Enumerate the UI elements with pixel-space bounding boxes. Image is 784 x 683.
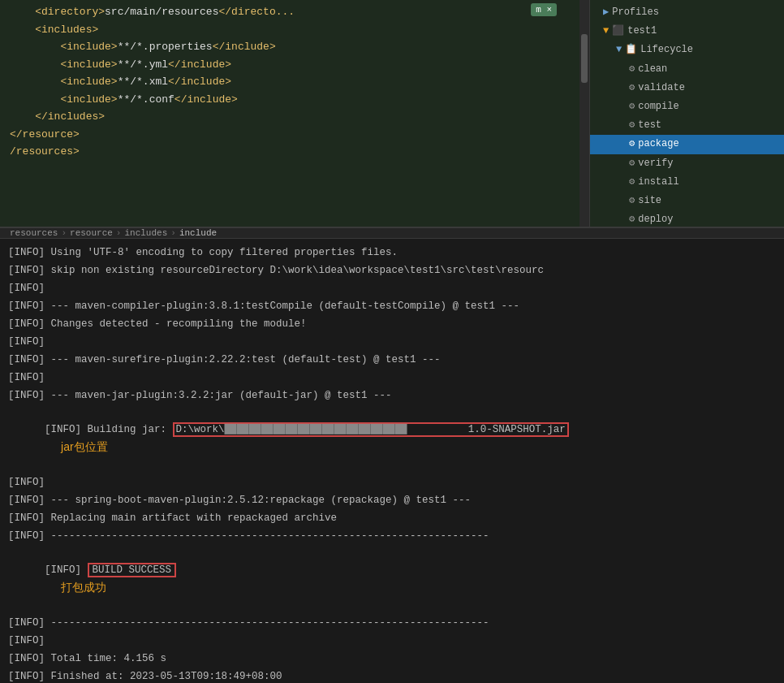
console-line-1: [INFO] Using 'UTF-8' encoding to copy fi… xyxy=(0,244,784,262)
console-output[interactable]: [INFO] Using 'UTF-8' encoding to copy fi… xyxy=(0,239,784,683)
console-wrapper: [INFO] Using 'UTF-8' encoding to copy fi… xyxy=(0,239,784,683)
console-line-sep2: [INFO] ---------------------------------… xyxy=(0,614,784,632)
site-gear-icon: ⚙ xyxy=(629,193,635,209)
breadcrumb-sep-1: › xyxy=(61,228,67,238)
lifecycle-label: Lifecycle xyxy=(640,42,693,58)
test1-label: test1 xyxy=(627,24,657,39)
editor-scrollbar-thumb xyxy=(581,34,588,83)
lifecycle-expand-icon: ▼ xyxy=(616,42,622,58)
xml-line-9: /resources> xyxy=(0,143,589,161)
console-line-13: [INFO] xyxy=(0,632,784,650)
console-line-time: [INFO] Total time: 4.156 s xyxy=(0,650,784,668)
maven-install[interactable]: ⚙ install xyxy=(590,173,784,192)
build-annotation: 打包成功 xyxy=(61,581,106,594)
console-line-5: [INFO] Changes detected - recompiling th… xyxy=(0,315,784,333)
breadcrumb-resource[interactable]: resource xyxy=(70,228,113,238)
close-tab-button[interactable]: m × xyxy=(531,3,557,16)
profiles-label: Profiles xyxy=(612,5,659,20)
xml-line-3: <include>**/*.properties</include> xyxy=(0,38,589,56)
maven-verify[interactable]: ⚙ verify xyxy=(590,154,784,173)
verify-label: verify xyxy=(638,156,673,171)
console-line-9: [INFO] --- maven-jar-plugin:3.2.2:jar (d… xyxy=(0,387,784,404)
test-label: test xyxy=(638,118,661,133)
console-line-11: [INFO] --- spring-boot-maven-plugin:2.5.… xyxy=(0,491,784,509)
clean-gear-icon: ⚙ xyxy=(629,62,635,77)
editor-scrollbar[interactable] xyxy=(579,0,589,227)
maven-deploy[interactable]: ⚙ deploy xyxy=(590,210,784,227)
breadcrumb-include: include xyxy=(179,228,217,238)
console-line-7: [INFO] --- maven-surefire-plugin:2.22.2:… xyxy=(0,351,784,369)
compile-gear-icon: ⚙ xyxy=(629,99,635,115)
xml-line-8: </resource> xyxy=(0,126,589,144)
package-gear-icon: ⚙ xyxy=(629,136,635,152)
maven-clean[interactable]: ⚙ clean xyxy=(590,60,784,79)
xml-line-4: <include>**/*.yml</include> xyxy=(0,56,589,74)
console-line-finished: [INFO] Finished at: 2023-05-13T09:18:49+… xyxy=(0,668,784,683)
test1-icon: ⬛ xyxy=(612,24,624,39)
xml-line-2: <includes> xyxy=(0,21,589,39)
xml-line-6: <include>**/*.conf</include> xyxy=(0,91,589,109)
compile-label: compile xyxy=(638,99,678,115)
console-line-sep1: [INFO] ---------------------------------… xyxy=(0,527,784,545)
xml-editor[interactable]: <directory>src/main/resources</directo..… xyxy=(0,0,589,227)
breadcrumb-resources[interactable]: resources xyxy=(10,228,58,238)
maven-site[interactable]: ⚙ site xyxy=(590,192,784,210)
jar-path-highlight: D:\work\██████████████████████████████ 1… xyxy=(173,422,569,437)
package-label: package xyxy=(638,136,678,152)
xml-line-1: <directory>src/main/resources</directo..… xyxy=(0,3,589,21)
console-line-2: [INFO] skip non existing resourceDirecto… xyxy=(0,262,784,279)
jar-annotation: jar包位置 xyxy=(61,440,108,453)
console-line-6: [INFO] xyxy=(0,333,784,351)
console-line-10: [INFO] xyxy=(0,473,784,491)
verify-gear-icon: ⚙ xyxy=(629,156,635,171)
maven-validate[interactable]: ⚙ validate xyxy=(590,79,784,97)
console-line-build: [INFO] BUILD SUCCESS 打包成功 xyxy=(0,545,784,614)
maven-profiles[interactable]: ▶ Profiles xyxy=(590,3,784,22)
close-tab-label: m × xyxy=(536,5,552,15)
lifecycle-folder-icon: 📋 xyxy=(625,42,637,58)
clean-label: clean xyxy=(638,62,667,77)
deploy-gear-icon: ⚙ xyxy=(629,212,635,227)
test-gear-icon: ⚙ xyxy=(629,118,635,133)
maven-test[interactable]: ⚙ test xyxy=(590,116,784,135)
breadcrumb-bar: resources › resource › includes › includ… xyxy=(0,227,784,239)
breadcrumb-sep-3: › xyxy=(170,228,176,238)
maven-package[interactable]: ⚙ package xyxy=(590,135,784,153)
folder-icon: ▶ xyxy=(603,5,609,20)
maven-test1[interactable]: ▼ ⬛ test1 xyxy=(590,22,784,41)
xml-line-5: <include>**/*.xml</include> xyxy=(0,73,589,91)
console-line-3: [INFO] xyxy=(0,279,784,297)
console-line-12: [INFO] Replacing main artifact with repa… xyxy=(0,509,784,527)
deploy-label: deploy xyxy=(638,212,673,227)
validate-gear-icon: ⚙ xyxy=(629,80,635,96)
install-gear-icon: ⚙ xyxy=(629,175,635,190)
console-line-4: [INFO] --- maven-compiler-plugin:3.8.1:t… xyxy=(0,297,784,315)
xml-line-7: </includes> xyxy=(0,108,589,126)
console-line-8: [INFO] xyxy=(0,369,784,387)
breadcrumb-sep-2: › xyxy=(116,228,122,238)
site-label: site xyxy=(638,193,661,209)
validate-label: validate xyxy=(638,80,685,96)
breadcrumb-includes[interactable]: includes xyxy=(124,228,167,238)
maven-lifecycle[interactable]: ▼ 📋 Lifecycle xyxy=(590,41,784,59)
maven-sidebar: ▶ Profiles ▼ ⬛ test1 ▼ 📋 Lifecycle ⚙ cle… xyxy=(589,0,784,227)
install-label: install xyxy=(638,175,678,190)
console-line-jar: [INFO] Building jar: D:\work\███████████… xyxy=(0,404,784,473)
build-success-box: BUILD SUCCESS xyxy=(88,563,177,577)
maven-project-icon: ▼ xyxy=(603,24,609,39)
maven-compile[interactable]: ⚙ compile xyxy=(590,97,784,116)
